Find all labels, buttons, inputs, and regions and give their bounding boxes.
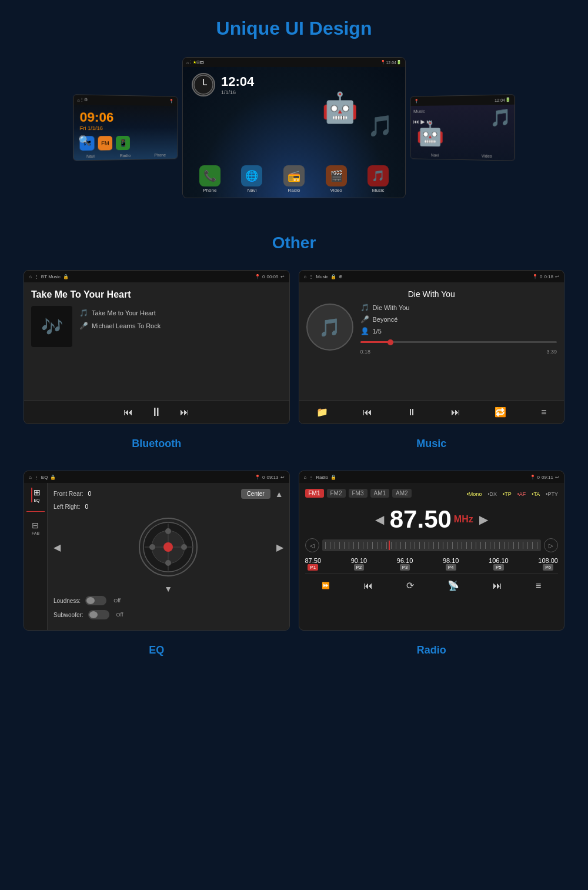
radio-band-fm1[interactable]: FM1 bbox=[305, 489, 324, 498]
svg-point-11 bbox=[181, 544, 187, 550]
radio-tuner-bar bbox=[322, 539, 542, 551]
music-progress-fill bbox=[360, 341, 390, 343]
bt-play-button[interactable]: ⏸ bbox=[151, 405, 162, 419]
eq-main: Front Rear: 0 Center ▲ Left Right: 0 ◀ bbox=[48, 483, 289, 630]
eq-loudness-toggle[interactable] bbox=[85, 596, 106, 605]
tp-option: •TP bbox=[503, 491, 512, 497]
radio-scan-right[interactable]: ▷ bbox=[544, 538, 558, 552]
radio-list-button[interactable]: ≡ bbox=[536, 581, 541, 591]
music-list-button[interactable]: ≡ bbox=[541, 407, 546, 418]
right-bottom: NaviVideo bbox=[411, 153, 514, 159]
android-robot: 🤖 bbox=[322, 91, 358, 125]
eq-panel: ⌂ ⋮ EQ 🔒 📍 0 09:13 ↩ ⊞ EQ ⊟ bbox=[24, 471, 290, 631]
music-prev-button[interactable]: ⏮ bbox=[363, 407, 372, 418]
radio-next-button[interactable]: ▶ bbox=[479, 512, 488, 526]
music-next-button[interactable]: ⏭ bbox=[451, 407, 460, 418]
eq-right-arrow[interactable]: ▶ bbox=[276, 542, 283, 553]
android-robot-right: 🤖 bbox=[416, 120, 445, 148]
bottom-panels-grid: ⌂ ⋮ EQ 🔒 📍 0 09:13 ↩ ⊞ EQ ⊟ bbox=[0, 465, 588, 636]
bt-next-button[interactable]: ⏭ bbox=[180, 407, 189, 418]
music-app-icon: 🎵 bbox=[368, 165, 389, 186]
mono-option: •Mono bbox=[467, 491, 482, 497]
search-icon: 🔍 bbox=[78, 135, 91, 146]
eq-label: EQ bbox=[24, 639, 290, 665]
radio-panel-body: FM1 FM2 FM3 AM1 AM2 •Mono •DX •TP •AF •T… bbox=[299, 483, 564, 603]
svg-point-8 bbox=[165, 528, 171, 534]
music-repeat-button[interactable]: 🔁 bbox=[495, 406, 506, 418]
svg-point-10 bbox=[149, 544, 155, 550]
bottom-panel-labels: EQ Radio bbox=[0, 636, 588, 671]
radio-ff-button[interactable]: ⏩ bbox=[322, 582, 330, 589]
music-song-name-row: 🎵 Die With You bbox=[360, 304, 557, 312]
music-album-art: 🎵 bbox=[306, 304, 353, 351]
eq-center-button[interactable]: Center bbox=[241, 489, 270, 499]
center-clock-date: 1/1/16 bbox=[221, 89, 254, 95]
bt-song-name-row: 🎵 Take Me to Your Heart bbox=[79, 309, 161, 317]
music-play-button[interactable]: ⏸ bbox=[407, 407, 416, 418]
svg-point-7 bbox=[163, 542, 173, 552]
artist-icon-bt: 🎤 bbox=[79, 322, 88, 330]
radio-prev-button[interactable]: ◀ bbox=[375, 512, 384, 526]
bt-song-name: Take Me to Your Heart bbox=[92, 309, 156, 316]
analog-clock bbox=[192, 73, 215, 96]
radio-band-fm2[interactable]: FM2 bbox=[327, 489, 346, 498]
preset-p2[interactable]: 90.10 P2 bbox=[351, 557, 368, 571]
music-main-content: 🎵 🎵 Die With You 🎤 Beyoncé 👤 1/5 bbox=[306, 304, 557, 355]
eq-up-arrow[interactable]: ▲ bbox=[275, 489, 283, 499]
music-status-label: Music bbox=[316, 274, 328, 279]
eq-sidebar-fab[interactable]: ⊟ FAB bbox=[32, 521, 39, 535]
location-icon-eq: 📍 bbox=[255, 475, 260, 480]
eq-left-arrow[interactable]: ◀ bbox=[54, 542, 61, 553]
music-progress-thumb[interactable] bbox=[387, 339, 393, 345]
radio-wifi-button[interactable]: 📡 bbox=[447, 580, 459, 591]
eq-left-right-value: 0 bbox=[85, 504, 89, 510]
bt-prev-button[interactable]: ⏮ bbox=[123, 407, 133, 418]
music-panel: ⌂ ⋮ Music 🔒 ⊕ 📍 0 0:18 ↩ Die With You 🎵 bbox=[299, 270, 565, 424]
eq-subwoofer-row: Subwoofer: Off bbox=[54, 610, 283, 619]
music-time-elapsed: 0:18 bbox=[360, 349, 371, 355]
eq-left-right-row: Left Right: 0 bbox=[54, 504, 283, 510]
bt-time: 00:05 bbox=[266, 274, 278, 279]
eq-subwoofer-toggle[interactable] bbox=[88, 610, 109, 619]
left-screen-body: 09:06 Fri 1/1/16 🔍 🗺 FM 📱 NaviRadioPhone bbox=[74, 105, 177, 161]
location-icon-bt: 📍 bbox=[255, 274, 260, 279]
radio-scan-button[interactable]: ⟳ bbox=[406, 580, 414, 591]
eq-time: 09:13 bbox=[266, 475, 278, 480]
af-option: •AF bbox=[517, 491, 526, 497]
music-folder-button[interactable]: 📁 bbox=[316, 406, 328, 418]
radio-prev-track[interactable]: ⏮ bbox=[363, 581, 373, 591]
radio-top-row: FM1 FM2 FM3 AM1 AM2 •Mono •DX •TP •AF •T… bbox=[305, 489, 559, 502]
radio-icon: FM bbox=[98, 136, 112, 151]
radio-freq-display: 87.50 MHz bbox=[390, 505, 473, 534]
music-track-row: 👤 1/5 bbox=[360, 327, 557, 335]
music-time: 0:18 bbox=[544, 274, 553, 279]
bt-music-status-label: BT Music bbox=[41, 274, 61, 279]
music-time-total: 3:39 bbox=[546, 349, 557, 355]
bt-music-statusbar: ⌂ ⋮ BT Music 🔒 📍 0 00:05 ↩ bbox=[24, 271, 289, 282]
preset-p1[interactable]: 87.50 P1 bbox=[305, 557, 322, 571]
music-track-num: 1/5 bbox=[373, 328, 382, 335]
screen-center: ⌂ ⋮ ★ ⊞ 🖼 📍 12:04 🔋 12:04 bbox=[182, 57, 406, 198]
track-icon-music: 👤 bbox=[360, 327, 369, 335]
radio-next-track[interactable]: ⏭ bbox=[493, 581, 502, 591]
bt-label: Bluetooth bbox=[24, 433, 290, 459]
radio-scan-left[interactable]: ◁ bbox=[305, 538, 319, 552]
preset-p3[interactable]: 96.10 P3 bbox=[397, 557, 413, 571]
preset-p4[interactable]: 98.10 P4 bbox=[443, 557, 459, 571]
home-icon-eq: ⌂ bbox=[29, 475, 32, 480]
eq-front-rear-value: 0 bbox=[88, 491, 92, 497]
radio-tuner-row: ◁ ▷ bbox=[305, 536, 559, 554]
music-song-title: Die With You bbox=[306, 289, 557, 299]
preset-p5[interactable]: 106.10 P5 bbox=[489, 557, 509, 571]
ui-design-section: ⌂ ⋮ ⚙ 📍 09:06 Fri 1/1/16 🔍 🗺 FM 📱 NaviRa… bbox=[0, 51, 588, 216]
eq-left-right-label: Left Right: bbox=[54, 504, 81, 510]
eq-sidebar-eq[interactable]: ⊞ EQ bbox=[31, 488, 41, 502]
radio-band-fm3[interactable]: FM3 bbox=[349, 489, 368, 498]
eq-front-rear-row: Front Rear: 0 Center ▲ bbox=[54, 489, 283, 499]
radio-band-am1[interactable]: AM1 bbox=[370, 489, 390, 498]
preset-p6[interactable]: 108.00 P6 bbox=[538, 557, 558, 571]
radio-band-am2[interactable]: AM2 bbox=[392, 489, 412, 498]
home-icon-bt: ⌂ bbox=[29, 274, 32, 279]
top-panel-labels: Bluetooth Music bbox=[0, 430, 588, 465]
eq-down-arrow[interactable]: ▼ bbox=[164, 584, 172, 594]
